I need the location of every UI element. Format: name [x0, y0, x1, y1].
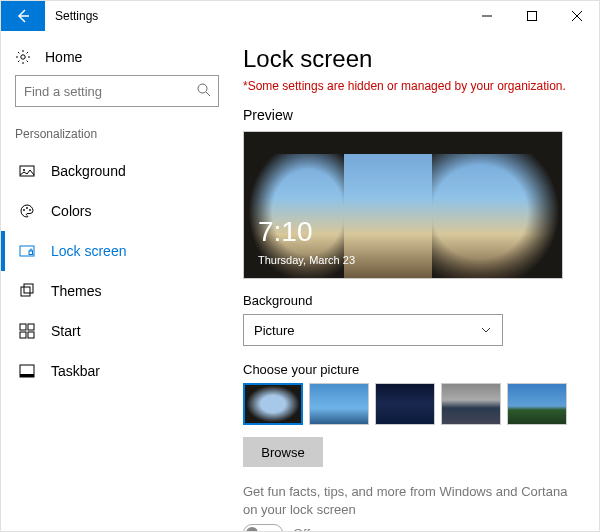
svg-rect-22: [20, 374, 34, 377]
start-icon: [19, 323, 37, 339]
gear-icon: [15, 49, 33, 65]
sidebar-item-label: Start: [51, 323, 81, 339]
svg-line-7: [206, 92, 210, 96]
svg-rect-16: [24, 284, 33, 293]
browse-button[interactable]: Browse: [243, 437, 323, 467]
toggle-state: Off: [293, 526, 310, 531]
svg-rect-15: [21, 287, 30, 296]
maximize-icon: [527, 11, 537, 21]
sidebar-item-background[interactable]: Background: [1, 151, 233, 191]
main-content: Lock screen *Some settings are hidden or…: [233, 31, 599, 531]
search-input[interactable]: [15, 75, 219, 107]
background-label: Background: [243, 293, 581, 308]
home-link[interactable]: Home: [1, 43, 233, 75]
sidebar-item-label: Lock screen: [51, 243, 126, 259]
sidebar-item-label: Themes: [51, 283, 102, 299]
search-icon: [196, 82, 212, 98]
svg-rect-20: [28, 332, 34, 338]
svg-rect-18: [28, 324, 34, 330]
svg-rect-2: [527, 12, 536, 21]
sidebar-item-colors[interactable]: Colors: [1, 191, 233, 231]
sidebar-item-label: Colors: [51, 203, 91, 219]
picture-thumbnails: [243, 383, 581, 425]
sidebar: Home Personalization Background Colors L…: [1, 31, 233, 531]
toggle-knob: [246, 527, 258, 531]
arrow-left-icon: [15, 8, 31, 24]
page-title: Lock screen: [243, 45, 581, 73]
window-controls: [464, 1, 599, 31]
picture-icon: [19, 163, 37, 179]
search-wrap: [15, 75, 219, 107]
fun-facts-toggle[interactable]: [243, 524, 283, 531]
preview-decoration: [432, 131, 563, 279]
sidebar-item-label: Taskbar: [51, 363, 100, 379]
preview-time: 7:10: [258, 216, 313, 248]
minimize-icon: [482, 11, 492, 21]
close-button[interactable]: [554, 1, 599, 31]
picture-thumbnail[interactable]: [309, 383, 369, 425]
sidebar-item-themes[interactable]: Themes: [1, 271, 233, 311]
background-value: Picture: [254, 323, 294, 338]
svg-point-10: [23, 209, 25, 211]
sidebar-item-lock-screen[interactable]: Lock screen: [1, 231, 233, 271]
themes-icon: [19, 283, 37, 299]
maximize-button[interactable]: [509, 1, 554, 31]
close-icon: [572, 11, 582, 21]
sidebar-item-taskbar[interactable]: Taskbar: [1, 351, 233, 391]
svg-point-5: [21, 55, 25, 59]
sidebar-item-label: Background: [51, 163, 126, 179]
picture-thumbnail[interactable]: [375, 383, 435, 425]
sidebar-item-start[interactable]: Start: [1, 311, 233, 351]
home-label: Home: [45, 49, 82, 65]
background-select[interactable]: Picture: [243, 314, 503, 346]
fun-facts-label: Get fun facts, tips, and more from Windo…: [243, 483, 573, 518]
preview-label: Preview: [243, 107, 581, 123]
svg-point-11: [26, 207, 28, 209]
fun-facts-toggle-row: Off: [243, 524, 581, 531]
picture-thumbnail[interactable]: [507, 383, 567, 425]
app-title: Settings: [55, 9, 98, 23]
picture-thumbnail[interactable]: [441, 383, 501, 425]
chevron-down-icon: [480, 324, 492, 336]
taskbar-icon: [19, 363, 37, 379]
palette-icon: [19, 203, 37, 219]
svg-rect-14: [29, 251, 33, 255]
lock-screen-preview: 7:10 Thursday, March 23: [243, 131, 563, 279]
svg-point-12: [29, 209, 31, 211]
titlebar: Settings: [1, 1, 599, 31]
preview-date: Thursday, March 23: [258, 254, 355, 266]
lock-screen-icon: [19, 243, 37, 259]
svg-point-9: [23, 169, 25, 171]
svg-rect-17: [20, 324, 26, 330]
body: Home Personalization Background Colors L…: [1, 31, 599, 531]
settings-window: Settings Home Personalization Background: [0, 0, 600, 532]
choose-picture-label: Choose your picture: [243, 362, 581, 377]
group-label: Personalization: [1, 123, 233, 151]
svg-rect-19: [20, 332, 26, 338]
policy-warning: *Some settings are hidden or managed by …: [243, 79, 581, 93]
back-button[interactable]: [1, 1, 45, 31]
svg-point-6: [198, 84, 207, 93]
picture-thumbnail[interactable]: [243, 383, 303, 425]
minimize-button[interactable]: [464, 1, 509, 31]
